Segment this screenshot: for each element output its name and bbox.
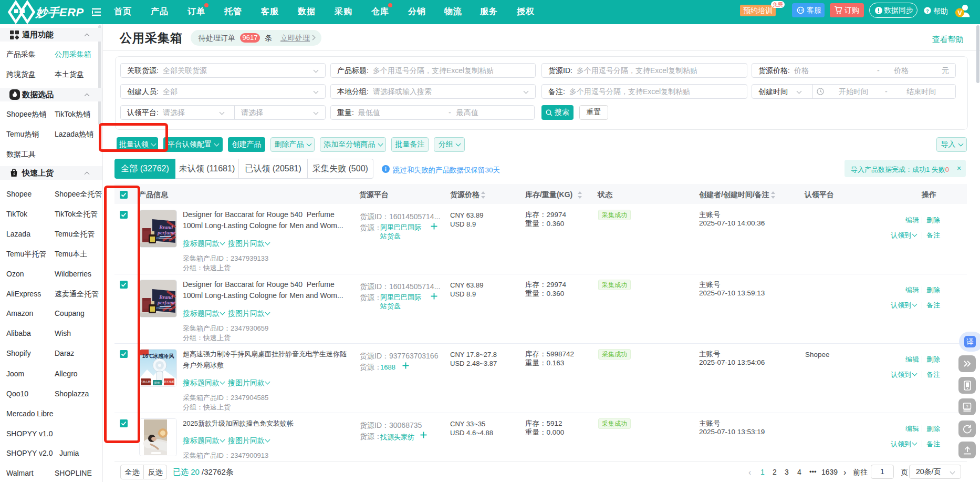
svg-text:V: V <box>957 9 962 17</box>
svg-text:16℃冰感冷风: 16℃冰感冷风 <box>142 353 174 359</box>
svg-text:超长续航: 超长续航 <box>164 380 174 384</box>
svg-text:?: ? <box>926 8 929 14</box>
svg-text:已购人数: 已购人数 <box>140 380 151 384</box>
svg-text:perfume: perfume <box>157 230 176 235</box>
svg-text:perfume: perfume <box>157 300 176 305</box>
svg-text:?: ? <box>966 404 968 408</box>
svg-text:防摔: 防摔 <box>154 381 160 385</box>
